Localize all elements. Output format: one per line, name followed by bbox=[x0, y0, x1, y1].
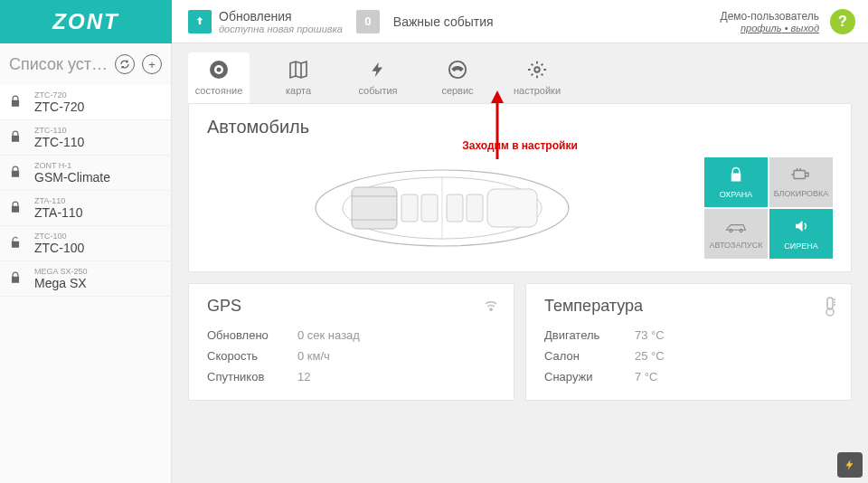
gps-title: GPS bbox=[207, 297, 495, 316]
lock-icon bbox=[9, 94, 25, 111]
device-sublabel: ZTC-720 bbox=[34, 90, 84, 99]
lock-icon bbox=[9, 235, 25, 252]
logout-link[interactable]: выход bbox=[791, 23, 819, 33]
info-value: 25 °C bbox=[635, 349, 665, 363]
tab-label: состояние bbox=[195, 85, 243, 96]
car-button-label: ОХРАНА bbox=[720, 190, 753, 199]
lock-icon bbox=[9, 129, 25, 147]
lock-icon bbox=[9, 270, 25, 288]
signal-icon bbox=[483, 297, 499, 314]
info-key: Скорость bbox=[207, 349, 297, 363]
device-label: GSM-Climate bbox=[34, 170, 110, 185]
device-item[interactable]: ZONT H-1GSM-Climate bbox=[0, 156, 171, 191]
tab-map[interactable]: карта bbox=[268, 52, 329, 103]
car-button-lock[interactable]: ОХРАНА bbox=[704, 157, 768, 207]
thermometer-icon bbox=[824, 297, 836, 319]
svg-point-18 bbox=[740, 229, 742, 232]
device-item[interactable]: ZTC-110ZTC-110 bbox=[0, 120, 171, 156]
car-figure bbox=[207, 158, 677, 258]
car-icon bbox=[725, 219, 747, 238]
profile-link[interactable]: профиль bbox=[741, 23, 782, 33]
refresh-button[interactable] bbox=[115, 54, 135, 74]
svg-point-17 bbox=[730, 229, 732, 232]
user-block: Демо-пользователь профиль • выход bbox=[721, 10, 819, 33]
info-value: 73 °C bbox=[635, 328, 665, 342]
info-value: 0 км/ч bbox=[297, 349, 330, 363]
svg-rect-15 bbox=[487, 189, 537, 227]
logo[interactable]: ZONT bbox=[0, 0, 172, 43]
user-name: Демо-пользователь bbox=[721, 10, 819, 23]
tab-label: карта bbox=[286, 85, 311, 96]
updates-subtitle: доступна новая прошивка bbox=[219, 24, 343, 34]
device-label: ZTC-110 bbox=[34, 135, 84, 149]
map-icon bbox=[287, 58, 310, 81]
tab-label: события bbox=[358, 85, 397, 96]
device-list: ZTC-720ZTC-720ZTC-110ZTC-110ZONT H-1GSM-… bbox=[0, 85, 171, 297]
car-card: Автомобиль Заходим в настройки bbox=[188, 103, 852, 272]
svg-rect-7 bbox=[352, 187, 397, 229]
info-key: Спутников bbox=[207, 370, 297, 384]
device-item[interactable]: ZTA-110ZTA-110 bbox=[0, 191, 171, 226]
info-row: Спутников12 bbox=[207, 366, 495, 387]
sidebar-header: Список устро... + bbox=[0, 43, 171, 85]
header-right: Демо-пользователь профиль • выход ? bbox=[721, 9, 868, 34]
device-label: ZTC-720 bbox=[34, 99, 84, 114]
tab-service[interactable]: сервис bbox=[427, 52, 488, 103]
car-icon bbox=[311, 158, 573, 258]
device-sublabel: ZTA-110 bbox=[34, 196, 82, 205]
state-icon bbox=[207, 58, 231, 81]
info-row: Салон25 °C bbox=[544, 346, 833, 366]
info-key: Снаружи bbox=[544, 370, 635, 384]
svg-point-19 bbox=[490, 308, 492, 310]
tab-events[interactable]: события bbox=[347, 52, 409, 103]
info-key: Обновлено bbox=[207, 328, 297, 342]
svg-rect-20 bbox=[827, 298, 833, 309]
lock-icon bbox=[9, 165, 25, 182]
device-sublabel: ZTC-110 bbox=[34, 126, 84, 135]
device-label: ZTA-110 bbox=[34, 205, 82, 220]
sidebar-title: Список устро... bbox=[9, 55, 108, 74]
device-sublabel: ZONT H-1 bbox=[34, 161, 110, 170]
info-row: Двигатель73 °C bbox=[544, 325, 833, 346]
device-item[interactable]: ZTC-100ZTC-100 bbox=[0, 226, 171, 261]
updates-block[interactable]: Обновления доступна новая прошивка bbox=[188, 9, 343, 34]
siren-icon bbox=[792, 218, 810, 239]
svg-rect-13 bbox=[447, 194, 463, 222]
car-button-label: БЛОКИРОВКА bbox=[774, 189, 829, 198]
tab-settings[interactable]: настройки bbox=[506, 52, 568, 103]
device-item[interactable]: MEGA SX-250Mega SX bbox=[0, 261, 171, 297]
info-value: 0 сек назад bbox=[297, 328, 360, 342]
info-value: 12 bbox=[297, 370, 310, 384]
lock-icon bbox=[728, 166, 744, 187]
info-key: Салон bbox=[544, 349, 635, 363]
tab-state[interactable]: состояние bbox=[188, 52, 250, 103]
help-button[interactable]: ? bbox=[830, 9, 855, 34]
car-button-car[interactable]: АВТОЗАПУСК bbox=[704, 209, 768, 259]
svg-rect-16 bbox=[794, 170, 805, 178]
settings-icon bbox=[525, 58, 549, 81]
device-label: ZTC-100 bbox=[34, 241, 84, 255]
lock-icon bbox=[9, 200, 25, 217]
svg-point-4 bbox=[534, 67, 540, 72]
info-value: 7 °C bbox=[635, 370, 657, 384]
events-icon bbox=[366, 58, 390, 81]
upload-icon bbox=[188, 10, 212, 33]
annotation: Заходим в настройки bbox=[207, 139, 833, 152]
flash-badge[interactable] bbox=[837, 452, 863, 478]
car-button-siren[interactable]: СИРЕНА bbox=[769, 209, 833, 259]
car-button-engine[interactable]: БЛОКИРОВКА bbox=[769, 157, 833, 207]
device-item[interactable]: ZTC-720ZTC-720 bbox=[0, 85, 171, 120]
header-mid: Обновления доступна новая прошивка 0 Важ… bbox=[172, 9, 721, 34]
device-sublabel: MEGA SX-250 bbox=[34, 267, 88, 276]
car-button-label: СИРЕНА bbox=[784, 242, 817, 251]
content: Автомобиль Заходим в настройки bbox=[172, 103, 868, 483]
tabs: состояниекартасобытиясервиснастройки bbox=[172, 43, 868, 103]
add-device-button[interactable]: + bbox=[142, 54, 162, 74]
car-button-label: АВТОЗАПУСК bbox=[710, 241, 763, 250]
logo-text: ZONT bbox=[52, 9, 118, 34]
info-row: Снаружи7 °C bbox=[544, 366, 833, 387]
engine-icon bbox=[791, 167, 811, 186]
car-title: Автомобиль bbox=[207, 117, 833, 137]
device-sublabel: ZTC-100 bbox=[34, 232, 84, 241]
events-badge[interactable]: 0 bbox=[356, 10, 380, 33]
